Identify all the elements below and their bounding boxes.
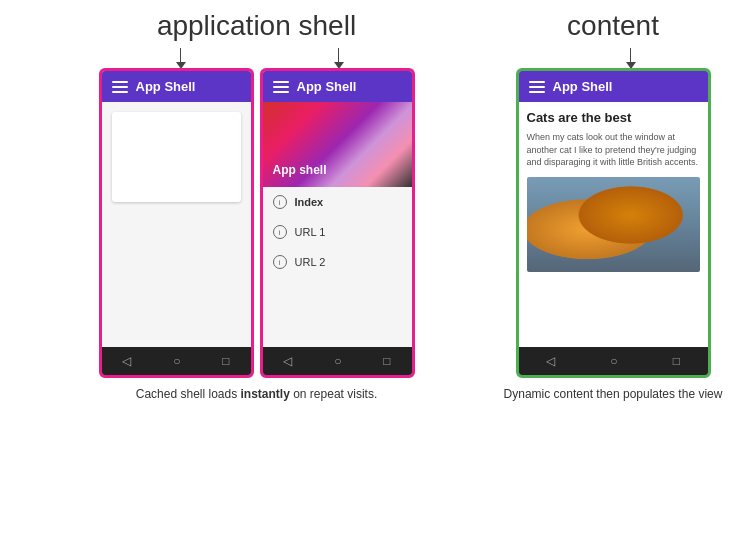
phone2-app-bar: App Shell	[263, 71, 412, 102]
left-section-title: application shell	[157, 10, 356, 42]
drawer-label-url2: URL 2	[295, 256, 326, 268]
vert-line-1	[180, 48, 182, 62]
phone1-app-bar: App Shell	[102, 71, 251, 102]
section-header-left: application shell	[99, 10, 415, 68]
phone2-body: App shell i Index i URL 1 i URL 2	[263, 102, 412, 347]
section-header-right: content	[503, 10, 723, 68]
back-icon-1: ◁	[122, 354, 131, 368]
right-section: content App Shell Cats are the best	[503, 10, 723, 403]
drawer-label-url1: URL 1	[295, 226, 326, 238]
drawer-item-index[interactable]: i Index	[263, 187, 412, 217]
phone3-body: Cats are the best When my cats look out …	[519, 102, 708, 347]
phone3-app-bar: App Shell	[519, 71, 708, 102]
drawer-item-url2[interactable]: i URL 2	[263, 247, 412, 277]
right-caption: Dynamic content then populates the view	[504, 386, 723, 403]
drawer-icon-url2: i	[273, 255, 287, 269]
drawer-icon-url1: i	[273, 225, 287, 239]
vert-line-2	[338, 48, 340, 62]
phone1-app-title: App Shell	[136, 79, 196, 94]
back-icon-3: ◁	[546, 354, 555, 368]
content-heading: Cats are the best	[527, 110, 700, 125]
drawer-label-index: Index	[295, 196, 324, 208]
phone-shell-1: App Shell ◁ ○ □	[99, 68, 254, 378]
hamburger-icon-2	[273, 81, 289, 93]
right-arrow-row	[516, 48, 711, 68]
vert-line-3	[630, 48, 632, 62]
content-placeholder-1	[112, 112, 241, 202]
left-caption: Cached shell loads instantly on repeat v…	[136, 386, 377, 403]
left-section: application shell	[20, 10, 493, 403]
phones-row: App Shell ◁ ○ □	[99, 68, 415, 378]
phone2-app-title: App Shell	[297, 79, 357, 94]
hamburger-icon-1	[112, 81, 128, 93]
square-icon-2: □	[383, 354, 390, 368]
back-icon-2: ◁	[283, 354, 292, 368]
hamburger-icon-3	[529, 81, 545, 93]
drawer-app-label: App shell	[273, 163, 327, 177]
main-container: application shell	[20, 10, 723, 403]
phone3-app-title: App Shell	[553, 79, 613, 94]
phone1-body	[102, 102, 251, 347]
right-section-title: content	[567, 10, 659, 42]
home-icon-1: ○	[173, 354, 180, 368]
square-icon-1: □	[222, 354, 229, 368]
phone-shell-2: App Shell App shell i Index i URL 1	[260, 68, 415, 378]
phone2-bottom-nav: ◁ ○ □	[263, 347, 412, 375]
drawer-icon-index: i	[273, 195, 287, 209]
content-text: When my cats look out the window at anot…	[527, 131, 700, 169]
arrow-phone1	[176, 48, 186, 69]
square-icon-3: □	[673, 354, 680, 368]
phone3-bottom-nav: ◁ ○ □	[519, 347, 708, 375]
arrow-content	[626, 48, 636, 69]
cat-image-inner	[527, 177, 700, 272]
drawer-image: App shell	[263, 102, 412, 187]
phone-content: App Shell Cats are the best When my cats…	[516, 68, 711, 378]
left-arrow-row	[99, 48, 415, 68]
arrow-phone2	[334, 48, 344, 69]
home-icon-3: ○	[610, 354, 617, 368]
drawer-item-url1[interactable]: i URL 1	[263, 217, 412, 247]
home-icon-2: ○	[334, 354, 341, 368]
cat-image	[527, 177, 700, 272]
phone1-bottom-nav: ◁ ○ □	[102, 347, 251, 375]
